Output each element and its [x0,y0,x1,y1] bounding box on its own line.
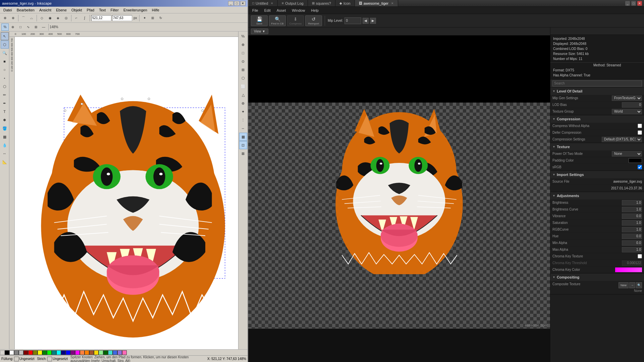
node-symmetric-btn[interactable]: ◈ [54,14,62,22]
snap-rt-11[interactable]: ⋮ [239,116,247,124]
lod-bias-input[interactable] [622,102,642,108]
snap-nodes-btn2[interactable]: ⊕ [9,23,16,31]
snap-grid-btn[interactable]: ⊞ [32,23,40,31]
palette-color-swatch[interactable] [23,350,28,355]
menu-bearbeiten[interactable]: Bearbeiten [15,8,37,12]
join-nodes-btn[interactable]: ⌒ [20,14,27,22]
palette-color-swatch[interactable] [19,350,23,355]
fill-tool[interactable]: 🪣 [1,124,9,132]
mip-input[interactable] [344,17,361,24]
reimport-button[interactable]: ↺ Reimport [305,15,322,26]
canvas-main[interactable] [15,37,238,349]
brightness-curve-input[interactable] [622,207,642,212]
delete-node-btn[interactable]: ⊗ [9,14,17,22]
ue-tab-icon[interactable]: ◆ Icon [335,0,355,6]
find-in-cb-button[interactable]: 🔍 Find in CB [269,15,286,26]
curve-segment-btn[interactable]: ∫ [81,14,88,22]
palette-color-swatch[interactable] [122,350,127,355]
palette-color-swatch[interactable] [94,350,99,355]
palette-color-swatch[interactable] [75,350,80,355]
snap-rt-1[interactable]: % [239,32,247,40]
menu-ebene[interactable]: Ebene [54,8,69,12]
rect-tool[interactable]: ■ [1,57,9,65]
circle-tool[interactable]: ○ [1,66,9,74]
palette-color-swatch[interactable] [85,350,89,355]
palette-color-swatch[interactable] [47,350,52,355]
ue-maximize-btn[interactable]: □ [631,1,636,6]
ue-minimize-btn[interactable]: _ [625,1,630,6]
compress-button[interactable]: ⬇ Compress [287,15,304,26]
adjustments-section-header[interactable]: ▼ Adjustments [550,192,644,199]
composite-search-btn[interactable]: 🔍 [636,282,642,288]
snap-rt-3[interactable]: □ [239,49,247,57]
defer-compression-checkbox[interactable] [638,130,642,135]
eyedropper-tool[interactable]: 💧 [1,141,9,149]
line-segment-btn[interactable]: ⌐ [73,14,80,22]
mip-gen-dropdown[interactable]: FromTextureGroup [612,96,642,101]
view-dropdown-btn[interactable]: View ▼ [251,28,268,34]
ue-tab-output[interactable]: ≡ Output Log [278,0,308,6]
3d-box-tool[interactable]: ⬡ [1,82,9,90]
palette-color-swatch[interactable] [66,350,70,355]
menu-pfad[interactable]: Pfad [85,8,97,12]
palette-color-swatch[interactable] [9,350,14,355]
snap-rt-15[interactable]: ⊠ [239,149,247,158]
node-auto-btn[interactable]: ◎ [62,14,70,22]
ue-menu-file[interactable]: File [250,8,261,13]
snap-bbox-btn[interactable]: □ [17,23,24,31]
snap-rt-4[interactable]: ⊙ [239,57,247,65]
menu-datei[interactable]: Datei [1,8,14,12]
pen-tool[interactable]: ✏ [1,91,9,99]
maximize-button[interactable]: □ [234,1,239,6]
snap-rt-6[interactable]: ⬡ [239,74,247,82]
palette-color-swatch[interactable] [52,350,56,355]
ue-tab-squares[interactable]: ⊞ squares? [308,0,335,6]
snap-rt-8[interactable]: △ [239,91,247,99]
palette-color-swatch[interactable] [99,350,103,355]
composite-new-btn[interactable]: New [619,282,629,288]
ue-menu-asset[interactable]: Asset [274,8,289,13]
snap-rt-13[interactable]: ▦ [239,133,247,141]
compression-section-header[interactable]: ▼ Compression [550,115,644,123]
palette-color-swatch[interactable] [70,350,75,355]
tab-close-icon[interactable]: ✕ [271,2,273,5]
palette-color-swatch[interactable] [103,350,108,355]
snap-rt-10[interactable]: ✦ [239,108,247,116]
palette-color-swatch[interactable] [42,350,47,355]
star-tool[interactable]: ⋆ [1,74,9,82]
snap-enable-btn[interactable]: % [1,23,9,31]
y-coordinate-input[interactable] [112,15,132,21]
snap-rt-2[interactable]: ⊕ [239,41,247,49]
palette-color-swatch[interactable] [80,350,85,355]
calligraphy-tool[interactable]: ✒ [1,99,9,107]
prop-search-input[interactable] [552,80,642,86]
palette-color-swatch[interactable] [117,350,122,355]
padding-color-swatch[interactable] [629,158,642,163]
menu-objekt[interactable]: Objekt [69,8,84,12]
compression-settings-dropdown[interactable]: Default (DXT1/5, BC1/3 on DX11) [602,137,642,142]
ue-menu-window[interactable]: Window [289,8,308,13]
zoom-tool[interactable]: 🔍 [1,49,9,57]
texture-section-header[interactable]: ▼ Texture [550,143,644,150]
spray-tool[interactable]: ✱ [1,116,9,124]
palette-color-swatch[interactable] [61,350,66,355]
ue-tab-awesome-tiger[interactable]: 🖼 awesome_tiger ✕ [355,0,398,6]
node-smooth-btn[interactable]: ◉ [46,14,54,22]
rgbcurve-input[interactable] [622,227,642,232]
ue-menu-edit[interactable]: Edit [262,8,273,13]
mip-decrease-btn[interactable]: ◀ [363,18,369,24]
snap-rt-14[interactable]: ⊡ [239,141,247,149]
show-transform-btn[interactable]: ↻ [157,14,164,22]
palette-color-swatch[interactable] [113,350,117,355]
menu-ansicht[interactable]: Ansicht [37,8,53,12]
tab-tiger-close-icon[interactable]: ✕ [391,2,394,5]
gradient-tool[interactable]: ▦ [1,133,9,141]
minimize-button[interactable]: _ [228,1,233,6]
palette-color-swatch[interactable] [28,350,33,355]
lod-section-header[interactable]: ▼ Level Of Detail [550,87,644,95]
mip-increase-btn[interactable]: ▶ [370,18,376,24]
srgb-checkbox[interactable] [638,165,642,169]
chroma-key-color-swatch[interactable] [615,267,642,272]
import-section-header[interactable]: ▼ Import Settings [550,171,644,178]
brightness-input[interactable] [622,200,642,205]
